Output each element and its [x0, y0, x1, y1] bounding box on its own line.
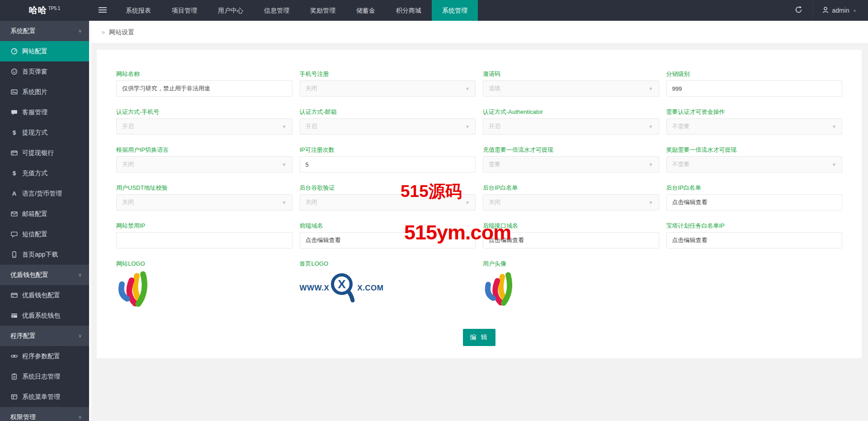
distribution-level-input[interactable]: [667, 81, 842, 96]
tab-savings[interactable]: 储蓄金: [346, 0, 386, 21]
upload-site-logo: 网站LOGO: [116, 260, 292, 307]
sidebar-item-system-logs[interactable]: 系统日志管理: [0, 366, 89, 387]
hamburger-menu-icon[interactable]: [99, 7, 107, 14]
tab-reward-manage[interactable]: 奖励管理: [300, 0, 346, 21]
app-logo-text: 哈哈: [29, 5, 47, 15]
sidebar-item-website-config[interactable]: 网站配置: [0, 41, 89, 61]
tab-points-mall[interactable]: 积分商城: [386, 0, 432, 21]
image-icon: [10, 89, 18, 95]
dashboard-icon: [10, 48, 18, 55]
tab-info-manage[interactable]: 信息管理: [254, 0, 300, 21]
tab-project-manage[interactable]: 项目管理: [161, 0, 208, 21]
field-admin-google-verify: 后台谷歌验证 关闭▼: [300, 184, 476, 210]
auth-authenticator-select[interactable]: 开启▼: [483, 118, 659, 135]
top-navbar: 哈哈TP5.1 系统报表 项目管理 用户中心 信息管理 奖励管理 储蓄金 积分商…: [0, 0, 868, 21]
field-bt-task-ip-whitelist: 宝塔计划任务白名单IP: [666, 222, 843, 248]
xxx-com-logo: WWW.X X X.COM: [300, 272, 384, 304]
popup-icon: [10, 68, 18, 75]
ip-register-limit-input[interactable]: [300, 157, 476, 172]
user-avatar-image[interactable]: [483, 270, 659, 306]
admin-ip-whitelist-select[interactable]: 关闭▼: [483, 194, 659, 210]
bt-task-ip-whitelist-input[interactable]: [667, 233, 842, 248]
form-actions: 编 辑: [116, 329, 842, 346]
sidebar-group-program-config[interactable]: 程序配置∨: [0, 326, 89, 346]
chevron-down-icon: ∨: [78, 326, 82, 346]
refresh-icon: [795, 6, 802, 15]
field-recharge-turnover-required: 充值需要一倍流水才可提现 需要▼: [483, 146, 659, 173]
usdt-address-check-select[interactable]: 关闭▼: [116, 194, 292, 210]
bank-card-icon: [10, 292, 18, 299]
settings-form-card: 网站名称 手机号注册 关闭▼ 邀请码 选填▼ 分销级别 认证方式-手机号 开启▼…: [97, 50, 862, 358]
link-icon: [10, 353, 18, 360]
sidebar-item-youdun-wallet-config[interactable]: 优盾钱包配置: [0, 285, 89, 305]
sidebar-item-sms-config[interactable]: 短信配置: [0, 224, 89, 244]
field-invite-code: 邀请码 选填▼: [483, 70, 659, 97]
upload-spacer: [666, 260, 843, 307]
backend-api-domain-input[interactable]: [483, 233, 659, 248]
frontend-domain-input[interactable]: [300, 233, 476, 248]
admin-ip-whitelist-input[interactable]: [667, 195, 842, 210]
chevron-down-icon: ∨: [78, 407, 82, 421]
reward-turnover-select[interactable]: 不需要▼: [666, 156, 843, 173]
sidebar-item-language-currency[interactable]: A 语言/货币管理: [0, 183, 89, 204]
sidebar-item-home-app-download[interactable]: 首页app下载: [0, 244, 89, 265]
admin-google-verify-select[interactable]: 关闭▼: [300, 194, 476, 210]
sidebar-scrollbar[interactable]: [89, 21, 91, 421]
mobile-icon: [10, 251, 18, 258]
main-content: »网站设置 网站名称 手机号注册 关闭▼ 邀请码 选填▼ 分销级别 认证方式-手…: [91, 21, 868, 421]
edit-button[interactable]: 编 辑: [463, 329, 496, 346]
recharge-turnover-select[interactable]: 需要▼: [483, 156, 659, 173]
app-version-badge: TP5.1: [48, 6, 61, 11]
field-auth-phone: 认证方式-手机号 开启▼: [116, 108, 292, 135]
page-title: 网站设置: [109, 28, 134, 36]
user-icon: [822, 6, 829, 15]
sidebar-item-program-params[interactable]: 程序参数配置: [0, 346, 89, 366]
dollar-icon: $: [10, 170, 18, 177]
home-logo-image[interactable]: WWW.X X X.COM: [300, 270, 476, 306]
breadcrumb: »网站设置: [91, 21, 868, 43]
user-menu[interactable]: admin ∧: [812, 0, 868, 21]
auth-phone-select[interactable]: 开启▼: [116, 118, 292, 135]
field-frontend-domain: 前端域名: [300, 222, 476, 248]
sidebar-group-system-config[interactable]: 系统配置∨: [0, 21, 89, 41]
chevron-up-icon: ∧: [853, 9, 856, 13]
tab-user-center[interactable]: 用户中心: [208, 0, 254, 21]
invite-code-select[interactable]: 选填▼: [483, 80, 659, 97]
field-site-banned-ip: 网站禁用IP: [116, 222, 292, 248]
site-name-input[interactable]: [117, 81, 292, 96]
field-auth-authenticator: 认证方式-Authenticator 开启▼: [483, 108, 659, 135]
phone-register-select[interactable]: 关闭▼: [300, 80, 476, 97]
site-banned-ip-input[interactable]: [117, 233, 292, 248]
breadcrumb-separator-icon: »: [101, 28, 105, 36]
sidebar-item-recharge-method[interactable]: $ 充值方式: [0, 163, 89, 183]
auth-required-select[interactable]: 不需要▼: [666, 118, 843, 135]
sidebar-item-system-images[interactable]: 系统图片: [0, 82, 89, 102]
sidebar-group-youdun-wallet-config[interactable]: 优盾钱包配置∨: [0, 265, 89, 285]
sidebar-item-customer-service[interactable]: 客服管理: [0, 102, 89, 122]
sidebar-item-youdun-system-wallet[interactable]: 优盾系统钱包: [0, 305, 89, 326]
log-icon: [10, 373, 18, 380]
sidebar-group-permission-manage[interactable]: 权限管理∨: [0, 407, 89, 421]
tab-system-report[interactable]: 系统报表: [115, 0, 161, 21]
field-auth-email: 认证方式-邮箱 开启▼: [300, 108, 476, 135]
sidebar-item-mail-config[interactable]: 邮箱配置: [0, 204, 89, 224]
ip-language-select[interactable]: 关闭▼: [116, 156, 292, 173]
auth-email-select[interactable]: 开启▼: [300, 118, 476, 135]
field-reward-turnover-required: 奖励需要一倍流水才可提现 不需要▼: [666, 146, 843, 173]
site-logo-image[interactable]: [116, 270, 292, 306]
sidebar-item-home-popup[interactable]: 首页弹窗: [0, 61, 89, 82]
field-ip-register-limit: IP可注册次数: [300, 146, 476, 173]
chat-icon: [10, 109, 18, 116]
app-logo[interactable]: 哈哈TP5.1: [0, 0, 89, 21]
sidebar-item-withdraw-method[interactable]: $ 提现方式: [0, 122, 89, 143]
menu-window-icon: [10, 393, 18, 400]
refresh-button[interactable]: [785, 0, 812, 21]
settings-form: 网站名称 手机号注册 关闭▼ 邀请码 选填▼ 分销级别 认证方式-手机号 开启▼…: [116, 70, 842, 346]
magnifier-icon: X: [330, 272, 357, 304]
field-usdt-address-check: 用户USDT地址校验 关闭▼: [116, 184, 292, 210]
sidebar-item-system-menus[interactable]: 系统菜单管理: [0, 387, 89, 407]
tab-system-manage[interactable]: 系统管理: [432, 0, 478, 21]
sidebar-item-withdraw-banks[interactable]: 可提现银行: [0, 143, 89, 163]
field-backend-api-domain: 后端接口域名: [483, 222, 659, 248]
username-label: admin: [832, 7, 849, 14]
